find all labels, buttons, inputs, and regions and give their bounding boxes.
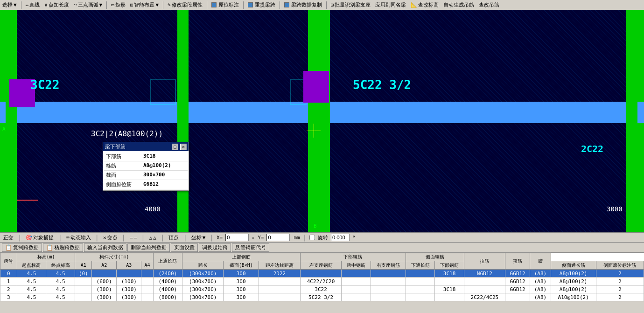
cell-r1-c4[interactable]: (600) [92, 278, 117, 285]
cell-r2-c15[interactable]: 3C18 [435, 285, 464, 293]
cell-r3-c12[interactable] [342, 293, 371, 301]
table-row[interactable]: 04.54.5(0)(2400)(300×700)3002D223C18N6B1… [0, 270, 644, 278]
toolbar-arc[interactable]: ⌒ 三点画弧▼ [72, 1, 104, 9]
cell-r2-c1[interactable]: 4.5 [17, 285, 46, 293]
cell-r1-c17[interactable]: G6B12 [505, 278, 530, 285]
cell-r3-c16[interactable]: 2C22/4C25 [464, 293, 505, 301]
cell-r3-c1[interactable]: 4.5 [17, 293, 46, 301]
cell-r1-c11[interactable]: 4C22/2C20 [300, 278, 341, 285]
cell-r2-c8[interactable]: (300×700) [182, 285, 224, 293]
cell-r3-c6[interactable] [141, 293, 153, 301]
cell-r1-c8[interactable]: (300×700) [182, 278, 224, 285]
cell-r3-c5[interactable]: (300) [117, 293, 141, 301]
cell-r0-c10[interactable]: 2D22 [259, 270, 301, 278]
tab-del-col-data[interactable]: 删除当前列数据 [127, 243, 170, 252]
toolbar-rect[interactable]: ▭ 矩形 [110, 1, 127, 9]
tab-input-col-data[interactable]: 输入当前列数据 [84, 243, 126, 252]
cell-r0-c11[interactable] [300, 270, 341, 278]
table-row[interactable]: 24.54.5(300)(300)(4000)(300×700)3003C223… [0, 285, 644, 293]
cell-r2-c12[interactable] [342, 285, 371, 293]
popup-close-button[interactable]: ✕ [180, 144, 187, 150]
cell-r3-c19[interactable]: A10@100(2) [551, 293, 596, 301]
cell-r3-c7[interactable]: (8000) [153, 293, 182, 301]
cell-r0-c12[interactable] [342, 270, 371, 278]
cell-r3-c15[interactable] [435, 293, 464, 301]
cell-r2-c14[interactable] [406, 285, 435, 293]
cell-r2-c16[interactable] [464, 285, 505, 293]
x-coord-input[interactable] [225, 234, 249, 241]
status-coordinate[interactable]: 顶点 [167, 234, 180, 242]
cell-r2-c3[interactable] [75, 285, 92, 293]
cell-r1-c10[interactable] [259, 278, 301, 285]
cell-r2-c10[interactable] [259, 285, 301, 293]
tab-hanger-code[interactable]: 悬管钢筋代号 [232, 243, 269, 252]
status-snap[interactable]: 🎯 对象捕捉 [24, 234, 55, 242]
cell-r2-c17[interactable]: G6B12 [505, 285, 530, 293]
cell-r1-c2[interactable]: 4.5 [46, 278, 75, 285]
cell-r2-c9[interactable]: 300 [224, 285, 259, 293]
cell-r3-c11[interactable]: 5C22 3/2 [300, 293, 341, 301]
cell-r3-c14[interactable] [406, 293, 435, 301]
toolbar-apply-same[interactable]: 应用到同名梁 [374, 1, 407, 9]
cell-r1-c5[interactable]: (100) [117, 278, 141, 285]
tab-page-settings[interactable]: 页面设置 [171, 243, 198, 252]
toolbar-check-hanger[interactable]: 查改吊筋 [477, 1, 501, 9]
cell-r0-c13[interactable] [371, 270, 406, 278]
table-row[interactable]: 34.54.5(300)(300)(8000)(300×700)3005C22 … [0, 293, 644, 301]
canvas-area[interactable]: 3C22 5C22 3/2 2C22 3C2|2(A8@100(2)) 4000… [0, 10, 644, 232]
toolbar-point-len[interactable]: ∧ 点加长度 [43, 1, 70, 9]
status-top-point[interactable]: △ △ [148, 234, 158, 241]
cell-r3-c0[interactable]: 3 [0, 293, 17, 301]
cell-r0-c15[interactable]: 3C18 [435, 270, 464, 278]
toolbar-check-elev[interactable]: 📐 查改标高 [409, 1, 440, 9]
cell-r0-c9[interactable]: 300 [224, 270, 259, 278]
cell-r1-c1[interactable]: 4.5 [17, 278, 46, 285]
cell-r1-c16[interactable] [464, 278, 505, 285]
toolbar-smart-layout[interactable]: ⊞ 智能布置▼ [129, 1, 160, 9]
tab-swap-start[interactable]: 调换起始跨 [199, 243, 231, 252]
cell-r3-c4[interactable]: (300) [92, 293, 117, 301]
cell-r0-c20[interactable]: 2 [596, 270, 644, 278]
table-row[interactable]: 14.54.5(600)(100)(4000)(300×700)3004C22/… [0, 278, 644, 285]
cell-r0-c8[interactable]: (300×700) [182, 270, 224, 278]
data-table-container[interactable]: 跨号 标高(m) 构件尺寸(mm) 上通长筋 上部钢筋 下部钢筋 侧面钢筋 拉筋… [0, 253, 644, 313]
cell-r1-c15[interactable] [435, 278, 464, 285]
cell-r0-c19[interactable]: A8@100(2) [551, 270, 596, 278]
tab-paste-span[interactable]: 📋 粘贴跨数据 [43, 243, 83, 252]
cell-r3-c2[interactable]: 4.5 [46, 293, 75, 301]
cell-r0-c3[interactable]: (0) [75, 270, 92, 278]
status-no-offset[interactable]: 坐标▼ [190, 234, 207, 242]
cell-r2-c7[interactable]: (4000) [153, 285, 182, 293]
cell-r2-c11[interactable]: 3C22 [300, 285, 341, 293]
copy-span-checkbox[interactable] [284, 2, 289, 7]
cell-r0-c0[interactable]: 0 [0, 270, 17, 278]
rotate-checkbox[interactable] [309, 235, 315, 240]
y-coord-input[interactable] [266, 234, 290, 241]
cell-r3-c17[interactable] [505, 293, 530, 301]
cell-r0-c6[interactable] [141, 270, 153, 278]
cell-r1-c18[interactable]: (A8) [530, 278, 551, 285]
popup-restore-button[interactable]: □ [172, 144, 178, 150]
toolbar-annotation[interactable]: 原位标注 [210, 1, 240, 9]
toolbar-modify-beam[interactable]: ✎ 修改梁段属性 [166, 1, 204, 9]
toolbar-re-extract[interactable]: 重提梁跨 [246, 1, 277, 9]
cell-r1-c6[interactable] [141, 278, 153, 285]
cell-r1-c20[interactable]: 2 [596, 278, 644, 285]
cell-r0-c4[interactable] [92, 270, 117, 278]
toolbar-auto-hanger[interactable]: 自动生成吊筋 [442, 1, 476, 9]
cell-r2-c4[interactable]: (300) [92, 285, 117, 293]
cell-r0-c2[interactable]: 4.5 [46, 270, 75, 278]
cell-r3-c3[interactable] [75, 293, 92, 301]
status-cross-point[interactable]: ✕ 交点 [102, 234, 119, 242]
cell-r2-c13[interactable] [371, 285, 406, 293]
re-extract-checkbox[interactable] [248, 2, 253, 7]
status-mid-point[interactable]: — — [128, 234, 138, 241]
cell-r2-c20[interactable]: 2 [596, 285, 644, 293]
cell-r2-c2[interactable]: 4.5 [46, 285, 75, 293]
toolbar-batch-id[interactable]: ⊡ 批量识别梁支座 [329, 1, 372, 9]
cell-r3-c13[interactable] [371, 293, 406, 301]
cell-r0-c7[interactable]: (2400) [153, 270, 182, 278]
cell-r0-c17[interactable]: G6B12 [505, 270, 530, 278]
cell-r0-c5[interactable] [117, 270, 141, 278]
cell-r1-c0[interactable]: 1 [0, 278, 17, 285]
